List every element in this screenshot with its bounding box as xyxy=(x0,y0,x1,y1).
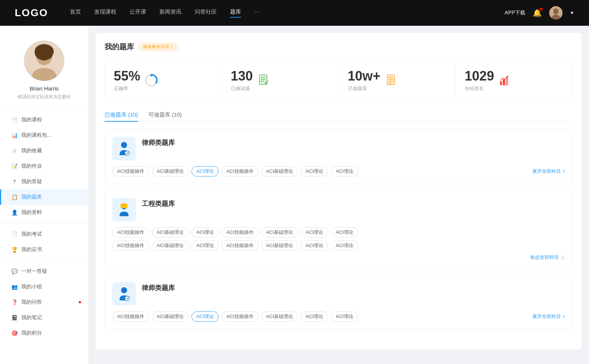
tag-3-7[interactable]: ACI理论 xyxy=(331,311,358,322)
nav-questionbank[interactable]: 题库 xyxy=(230,8,241,18)
tag-3-3[interactable]: ACI理论 xyxy=(191,311,219,322)
done-questions-label: 已做试题 xyxy=(231,85,253,92)
tag-1-4[interactable]: ACI技能操作 xyxy=(222,166,258,176)
tag-2-2-5[interactable]: ACI基础理论 xyxy=(261,240,298,251)
sidebar-item-profile[interactable]: 👤 我的资料 xyxy=(0,205,88,220)
tag-2-1-2[interactable]: ACI基础理论 xyxy=(152,227,189,238)
sidebar-label-profile: 我的资料 xyxy=(21,209,42,216)
sidebar-menu: 📄 我的课程 📊 我的课程包... ☆ 我的收藏 📝 我的作业 ? 我的答疑 📋 xyxy=(0,112,88,341)
bank-title-lawyer-3: 律师类题库 xyxy=(142,282,175,292)
sidebar-item-notes[interactable]: 📓 我的笔记 xyxy=(0,310,88,325)
bank-card-2-tags-row2: ACI技能操作 ACI基础理论 ACI理论 ACI技能操作 ACI基础理论 AC… xyxy=(112,240,565,251)
bank-icon-engineer xyxy=(112,198,136,221)
sidebar-item-exam[interactable]: 📄 我的考试 xyxy=(0,226,88,242)
bank-card-1-header: 律师类题库 xyxy=(112,137,565,160)
tag-1-1[interactable]: ACI技能操作 xyxy=(112,166,149,176)
expand-btn-3[interactable]: 展开全部科目 > xyxy=(532,313,565,320)
sidebar-item-points[interactable]: 🎯 我的积分 xyxy=(0,325,88,341)
notification-bell[interactable]: 🔔 xyxy=(533,8,542,17)
tag-2-2-2[interactable]: ACI基础理论 xyxy=(152,240,189,251)
tag-2-2-1[interactable]: ACI技能操作 xyxy=(112,240,149,251)
sidebar-label-certificate: 我的证书 xyxy=(21,246,42,253)
nav-home[interactable]: 首页 xyxy=(70,8,81,18)
stat-done-banks: 10w+ 已做题库 xyxy=(339,61,456,99)
sidebar-label-notes: 我的笔记 xyxy=(21,314,42,321)
coursepackage-icon: 📊 xyxy=(11,132,18,139)
tag-2-1-7[interactable]: ACI理论 xyxy=(331,227,358,238)
profile-section: Brian Harris 错误的决定比没有决定要好 xyxy=(0,33,88,106)
tag-3-2[interactable]: ACI基础理论 xyxy=(152,311,189,322)
tag-1-7[interactable]: ACI理论 xyxy=(331,166,358,176)
svg-point-23 xyxy=(507,76,508,77)
accuracy-number: 55% xyxy=(114,68,140,84)
groups-icon: 👥 xyxy=(11,283,18,290)
content-box: 我的题库 体验剩余23天！ 55% 正确率 xyxy=(96,33,582,349)
stat-done-questions: 130 已做试题 xyxy=(222,61,339,99)
sidebar-item-coursepackage[interactable]: 📊 我的课程包... xyxy=(0,128,88,143)
bank-card-2-tags-row1: ACI技能操作 ACI基础理论 ACI理论 ACI技能操作 ACI基础理论 AC… xyxy=(112,227,565,238)
tag-2-2-6[interactable]: ACI理论 xyxy=(301,240,328,251)
tag-3-5[interactable]: ACI基础理论 xyxy=(261,311,298,322)
sidebar-label-coursepackage: 我的课程包... xyxy=(21,132,52,139)
svg-rect-29 xyxy=(123,204,125,205)
page-header: 我的题库 体验剩余23天！ xyxy=(105,42,573,52)
notification-dot xyxy=(540,8,543,11)
sidebar-item-favorites[interactable]: ☆ 我的收藏 xyxy=(0,143,88,158)
tab-available[interactable]: 可做题库 (10) xyxy=(148,108,182,121)
sidebar-item-tutoring[interactable]: 💬 一对一答疑 xyxy=(0,264,88,279)
done-questions-number: 130 xyxy=(231,68,253,84)
user-avatar-nav[interactable] xyxy=(549,6,562,19)
tag-3-1[interactable]: ACI技能操作 xyxy=(112,311,149,322)
nav-qa[interactable]: 问答社区 xyxy=(195,8,217,18)
favorites-icon: ☆ xyxy=(11,147,18,154)
sidebar-item-questionbank[interactable]: 📋 我的题库 xyxy=(0,189,88,205)
tag-2-1-3[interactable]: ACI理论 xyxy=(191,227,219,238)
tag-2-2-3[interactable]: ACI理论 xyxy=(191,240,219,251)
tab-done[interactable]: 已做题库 (10) xyxy=(105,108,138,121)
tag-3-6[interactable]: ACI理论 xyxy=(301,311,328,322)
sidebar-item-groups[interactable]: 👥 我的小组 xyxy=(0,279,88,295)
questionbank-icon: 📋 xyxy=(11,194,18,200)
tag-1-5[interactable]: ACI基础理论 xyxy=(261,166,298,176)
sidebar-item-my-qa[interactable]: ❓ 我的问答 xyxy=(0,295,88,310)
nav-news[interactable]: 新闻资讯 xyxy=(159,8,181,18)
nav-discover[interactable]: 发现课程 xyxy=(94,8,116,18)
app-download-button[interactable]: APP下载 xyxy=(505,10,525,16)
tag-2-2-4[interactable]: ACI技能操作 xyxy=(222,240,258,251)
nav-open-course[interactable]: 公开课 xyxy=(130,8,146,18)
tag-1-6[interactable]: ACI理论 xyxy=(301,166,328,176)
sidebar-item-homework[interactable]: 📝 我的作业 xyxy=(0,158,88,174)
bank-card-3-tags-section: ACI技能操作 ACI基础理论 ACI理论 ACI技能操作 ACI基础理论 AC… xyxy=(112,311,565,322)
tag-1-2[interactable]: ACI基础理论 xyxy=(152,166,189,176)
tag-2-2-7[interactable]: ACI理论 xyxy=(331,240,358,251)
nav-more[interactable]: ··· xyxy=(254,8,259,18)
stat-ranking-text: 1029 全站排名 xyxy=(465,68,494,92)
sidebar-item-mycourse[interactable]: 📄 我的课程 xyxy=(0,112,88,128)
tag-1-3[interactable]: ACI理论 xyxy=(191,166,219,176)
sidebar-label-my-qa: 我的问答 xyxy=(21,299,42,306)
sidebar-label-mycourse: 我的课程 xyxy=(21,117,42,123)
svg-point-1 xyxy=(553,8,558,14)
bank-card-1-tags-section: ACI技能操作 ACI基础理论 ACI理论 ACI技能操作 ACI基础理论 AC… xyxy=(112,166,565,176)
user-menu-chevron[interactable]: ▼ xyxy=(570,10,574,15)
tag-3-4[interactable]: ACI技能操作 xyxy=(222,311,258,322)
certificate-icon: 🏆 xyxy=(11,246,18,253)
done-banks-number: 10w+ xyxy=(348,68,381,84)
sidebar-label-questionbank: 我的题库 xyxy=(21,194,42,200)
bank-title-lawyer-1: 律师类题库 xyxy=(142,137,175,147)
tag-2-1-4[interactable]: ACI技能操作 xyxy=(222,227,258,238)
stats-row: 55% 正确率 130 已做试题 xyxy=(105,61,573,100)
sidebar-item-certificate[interactable]: 🏆 我的证书 xyxy=(0,242,88,257)
expand-btn-1[interactable]: 展开全部科目 > xyxy=(532,168,565,175)
bank-icon-lawyer-3 xyxy=(112,282,136,306)
tag-2-1-1[interactable]: ACI技能操作 xyxy=(112,227,149,238)
tag-2-1-6[interactable]: ACI理论 xyxy=(301,227,328,238)
sidebar-item-questions[interactable]: ? 我的答疑 xyxy=(0,174,88,189)
collapse-btn-2[interactable]: 收起全部科目 △ xyxy=(530,254,565,260)
logo: LOGO xyxy=(15,7,48,19)
page-title: 我的题库 xyxy=(105,42,134,52)
bank-card-3-title: 律师类题库 xyxy=(142,282,175,292)
bank-card-2-title: 工程类题库 xyxy=(142,198,175,208)
profile-icon: 👤 xyxy=(11,209,18,216)
tag-2-1-5[interactable]: ACI基础理论 xyxy=(261,227,298,238)
